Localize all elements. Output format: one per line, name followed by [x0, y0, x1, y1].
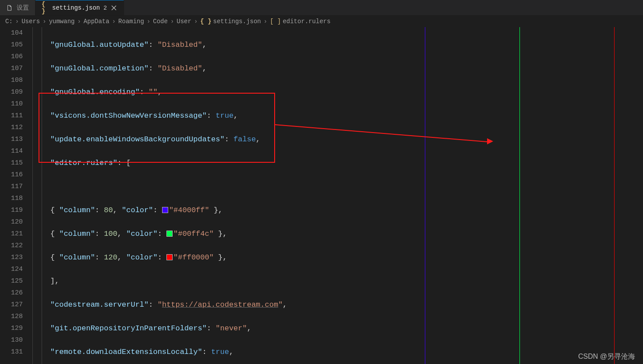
line-number: 110	[0, 98, 23, 110]
watermark: CSDN @另寻沧海	[578, 352, 635, 361]
file-icon	[6, 4, 13, 11]
line-number: 109	[0, 86, 23, 98]
tab-settings-json[interactable]: { } settings.json 2	[35, 0, 124, 15]
bc-item[interactable]: User	[177, 18, 191, 25]
line-number-gutter: 104 105 106 107 108 109 110 111 112 113 …	[0, 27, 32, 364]
line-number: 113	[0, 133, 23, 145]
line-number: 112	[0, 122, 23, 133]
line-number: 121	[0, 228, 23, 240]
bc-item[interactable]: AppData	[84, 18, 110, 25]
code-area[interactable]: "gnuGlobal.autoUpdate": "Disabled", "gnu…	[32, 27, 643, 364]
json-icon: { }	[42, 4, 49, 11]
bc-item[interactable]: Roaming	[118, 18, 144, 25]
line-number: 128	[0, 311, 23, 322]
line-number: 129	[0, 322, 23, 334]
json-icon: { }	[200, 18, 211, 25]
line-number: 117	[0, 181, 23, 192]
bc-file[interactable]: settings.json	[213, 18, 261, 25]
line-number: 114	[0, 145, 23, 157]
breadcrumb[interactable]: C:› Users› yumwang› AppData› Roaming› Co…	[0, 16, 643, 27]
line-number: 118	[0, 192, 23, 204]
bc-item[interactable]: Code	[153, 18, 168, 25]
line-number: 104	[0, 27, 23, 39]
editor[interactable]: 104 105 106 107 108 109 110 111 112 113 …	[0, 27, 643, 364]
line-number: 123	[0, 252, 23, 263]
line-number: 106	[0, 51, 23, 63]
line-number: 111	[0, 110, 23, 122]
color-swatch	[166, 254, 173, 260]
line-number: 130	[0, 334, 23, 346]
tab-bar: 设置 { } settings.json 2	[0, 0, 643, 16]
line-number: 115	[0, 157, 23, 169]
annotation-arrow-head	[487, 138, 493, 144]
bc-item[interactable]: C:	[5, 18, 13, 25]
close-icon[interactable]	[110, 4, 117, 11]
line-number: 120	[0, 216, 23, 228]
line-number: 105	[0, 39, 23, 51]
bc-symbol[interactable]: editor.rulers	[283, 18, 330, 25]
line-number: 125	[0, 275, 23, 287]
line-number: 122	[0, 240, 23, 252]
line-number: 107	[0, 63, 23, 74]
line-number: 119	[0, 204, 23, 216]
tab-label: settings.json	[52, 4, 100, 11]
tab-label: 设置	[17, 4, 29, 12]
line-number: 131	[0, 346, 23, 358]
bc-item[interactable]: yumwang	[49, 18, 75, 25]
tab-diff-badge: 2	[103, 5, 107, 11]
line-number: 127	[0, 299, 23, 311]
line-number: 126	[0, 287, 23, 299]
color-swatch	[162, 207, 168, 213]
line-number: 108	[0, 74, 23, 86]
color-swatch	[166, 231, 173, 237]
line-number: 124	[0, 263, 23, 275]
array-icon: [ ]	[270, 18, 281, 25]
tab-settings-ui[interactable]: 设置	[0, 0, 35, 15]
bc-item[interactable]: Users	[21, 18, 40, 25]
line-number: 116	[0, 169, 23, 181]
